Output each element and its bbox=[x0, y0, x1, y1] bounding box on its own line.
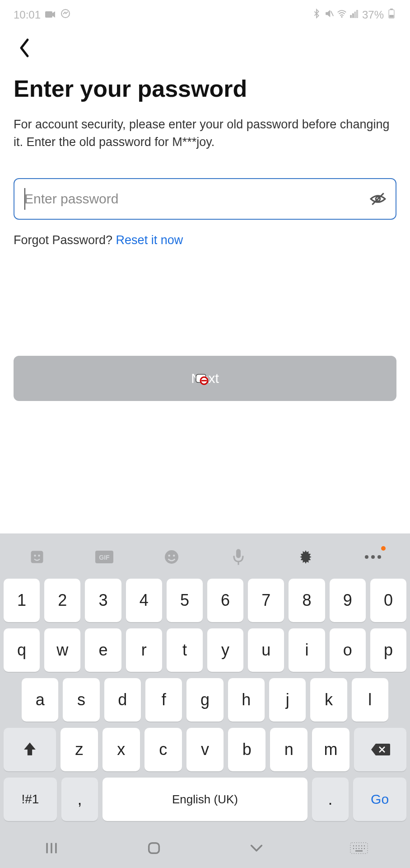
key-2[interactable]: 2 bbox=[44, 579, 80, 622]
key-q[interactable]: q bbox=[4, 628, 40, 672]
more-icon[interactable] bbox=[359, 543, 387, 571]
key-comma[interactable]: , bbox=[61, 778, 98, 821]
svg-point-22 bbox=[173, 555, 175, 557]
messenger-icon bbox=[61, 9, 70, 21]
key-a[interactable]: a bbox=[22, 678, 58, 722]
emoji-icon[interactable] bbox=[158, 543, 185, 571]
nav-back[interactable] bbox=[247, 839, 266, 858]
key-d[interactable]: d bbox=[104, 678, 141, 722]
top-bar bbox=[0, 30, 410, 66]
key-k[interactable]: k bbox=[310, 678, 347, 722]
svg-point-26 bbox=[365, 555, 368, 559]
key-8[interactable]: 8 bbox=[289, 579, 325, 622]
key-l[interactable]: l bbox=[352, 678, 388, 722]
svg-point-42 bbox=[355, 848, 356, 849]
svg-point-3 bbox=[341, 16, 343, 18]
key-go[interactable]: Go bbox=[353, 778, 406, 821]
svg-point-17 bbox=[38, 555, 41, 557]
reset-password-link[interactable]: Reset it now bbox=[116, 233, 183, 247]
settings-icon[interactable] bbox=[292, 543, 319, 571]
key-n[interactable]: n bbox=[270, 728, 308, 771]
key-t[interactable]: t bbox=[167, 628, 203, 672]
key-3[interactable]: 3 bbox=[85, 579, 121, 622]
svg-rect-4 bbox=[350, 15, 352, 18]
svg-point-40 bbox=[363, 845, 364, 846]
key-space[interactable]: English (UK) bbox=[102, 778, 307, 821]
key-w[interactable]: w bbox=[44, 628, 80, 672]
key-j[interactable]: j bbox=[269, 678, 306, 722]
key-0[interactable]: 0 bbox=[370, 579, 406, 622]
system-nav-bar bbox=[0, 828, 410, 868]
svg-point-16 bbox=[34, 555, 37, 557]
key-x[interactable]: x bbox=[102, 728, 140, 771]
svg-rect-23 bbox=[236, 549, 241, 558]
kb-row-5: !#1 , English (UK) . Go bbox=[4, 778, 406, 821]
nav-recents[interactable] bbox=[42, 839, 61, 858]
key-u[interactable]: u bbox=[248, 628, 284, 672]
key-h[interactable]: h bbox=[228, 678, 265, 722]
status-time: 10:01 bbox=[14, 9, 41, 21]
status-bar: 10:01 37% bbox=[0, 0, 410, 30]
battery-icon bbox=[387, 9, 396, 21]
page-subtitle: For account security, please enter your … bbox=[14, 116, 396, 151]
key-backspace[interactable] bbox=[354, 728, 406, 771]
svg-rect-15 bbox=[31, 551, 43, 563]
key-s[interactable]: s bbox=[63, 678, 99, 722]
key-v[interactable]: v bbox=[186, 728, 224, 771]
svg-point-44 bbox=[361, 848, 362, 849]
key-9[interactable]: 9 bbox=[330, 579, 366, 622]
gif-icon[interactable]: GIF bbox=[91, 543, 118, 571]
key-shift[interactable] bbox=[4, 728, 56, 771]
key-c[interactable]: c bbox=[144, 728, 182, 771]
sticker-icon[interactable] bbox=[23, 543, 51, 571]
key-e[interactable]: e bbox=[85, 628, 121, 672]
cursor-no-drop-icon bbox=[194, 371, 210, 386]
kb-row-2: q w e r t y u i o p bbox=[4, 628, 406, 672]
kb-row-4: z x c v b n m bbox=[4, 728, 406, 771]
svg-rect-34 bbox=[149, 843, 159, 854]
svg-point-45 bbox=[363, 848, 364, 849]
key-f[interactable]: f bbox=[145, 678, 182, 722]
signal-icon bbox=[349, 9, 359, 21]
key-1[interactable]: 1 bbox=[4, 579, 40, 622]
svg-rect-5 bbox=[352, 14, 354, 18]
key-g[interactable]: g bbox=[186, 678, 223, 722]
svg-point-20 bbox=[165, 550, 178, 564]
svg-rect-46 bbox=[355, 850, 363, 852]
key-5[interactable]: 5 bbox=[167, 579, 203, 622]
key-y[interactable]: y bbox=[207, 628, 243, 672]
key-period[interactable]: . bbox=[312, 778, 349, 821]
svg-point-21 bbox=[168, 555, 170, 557]
key-p[interactable]: p bbox=[370, 628, 406, 672]
next-button[interactable]: Next bbox=[14, 356, 396, 401]
key-r[interactable]: r bbox=[126, 628, 162, 672]
password-input[interactable] bbox=[24, 191, 359, 207]
key-6[interactable]: 6 bbox=[207, 579, 243, 622]
key-b[interactable]: b bbox=[228, 728, 266, 771]
key-m[interactable]: m bbox=[312, 728, 349, 771]
password-field-container[interactable] bbox=[14, 178, 396, 220]
svg-text:GIF: GIF bbox=[99, 554, 110, 561]
key-i[interactable]: i bbox=[289, 628, 325, 672]
mute-icon bbox=[324, 9, 334, 21]
mic-icon[interactable] bbox=[225, 543, 252, 571]
camera-icon bbox=[45, 9, 56, 21]
svg-rect-7 bbox=[357, 10, 358, 18]
key-7[interactable]: 7 bbox=[248, 579, 284, 622]
battery-percent: 37% bbox=[362, 9, 384, 21]
svg-point-39 bbox=[361, 845, 362, 846]
keyboard-toolbar: GIF bbox=[4, 539, 406, 575]
svg-line-12 bbox=[372, 193, 383, 205]
nav-home[interactable] bbox=[144, 839, 163, 858]
key-symbols[interactable]: !#1 bbox=[4, 778, 57, 821]
key-o[interactable]: o bbox=[330, 628, 366, 672]
back-button[interactable] bbox=[14, 37, 35, 59]
soft-keyboard: GIF 1 2 3 4 5 6 7 8 9 0 q w e r bbox=[0, 533, 410, 868]
kb-row-3: a s d f g h j k l bbox=[4, 678, 406, 722]
toggle-visibility-button[interactable] bbox=[369, 179, 387, 219]
svg-point-36 bbox=[353, 845, 354, 846]
key-z[interactable]: z bbox=[61, 728, 98, 771]
wifi-icon bbox=[337, 9, 347, 21]
nav-keyboard-switch[interactable] bbox=[349, 839, 368, 858]
key-4[interactable]: 4 bbox=[126, 579, 162, 622]
